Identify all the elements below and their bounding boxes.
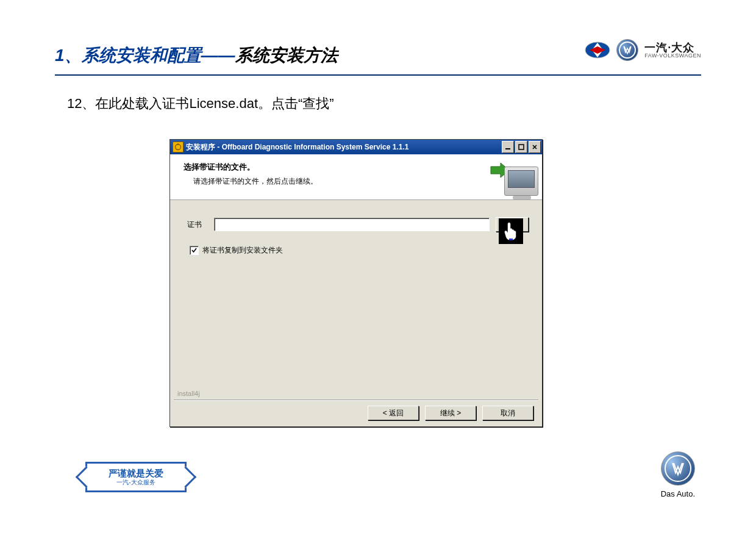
logo-group-top: 一汽·大众 FAW-VOLKSWAGEN [585,39,701,61]
window-title: 安装程序 - Offboard Diagnostic Information S… [186,142,408,153]
badge-slogan: 严谨就是关爱 [109,469,163,479]
maximize-button[interactable] [515,141,527,153]
svg-rect-4 [519,145,524,149]
installer-brand: install4j [177,390,200,397]
title-rule [55,74,701,76]
vw-logo-icon [616,39,638,61]
installer-dialog: 安装程序 - Offboard Diagnostic Information S… [169,139,543,427]
faw-brand-text: 一汽·大众 FAW-VOLKSWAGEN [644,42,701,59]
svg-rect-5 [509,239,513,240]
svg-rect-3 [505,148,510,149]
hand-cursor-icon [503,221,519,241]
cursor-overlay [499,218,523,244]
certificate-label: 证书 [187,220,208,230]
vw-logo-large-icon [661,451,695,486]
title-black: 系统安装方法 [235,46,338,65]
dialog-body: 证书 查找 将证书复制到安装文件夹 [170,200,542,256]
check-icon [191,247,198,254]
copy-checkbox[interactable] [190,246,199,255]
separator [174,400,538,401]
cancel-button[interactable]: 取消 [482,406,533,420]
faw-en: FAW-VOLKSWAGEN [644,53,701,59]
vw-logo-bottom: Das Auto. [661,451,695,498]
title-blue: 系统安装和配置—— [82,46,235,65]
faw-emblem-icon [585,40,610,60]
svg-rect-2 [177,143,178,145]
title-number: 1、 [55,46,82,65]
faw-cn: 一汽·大众 [644,42,701,53]
installer-icon [173,142,184,153]
header-graphic [490,158,538,196]
minimize-button[interactable] [502,141,514,153]
header-panel: 选择带证书的文件。 请选择带证书的文件，然后点击继续。 [170,154,542,200]
step-instruction: 12、在此处载入证书License.dat。点击“查找” [67,95,334,113]
back-button[interactable]: < 返回 [368,406,419,420]
certificate-input[interactable] [214,218,490,231]
header-title: 选择带证书的文件。 [184,162,532,173]
close-button[interactable] [529,141,541,153]
badge-sub: 一汽-大众服务 [116,479,155,486]
copy-checkbox-label: 将证书复制到安装文件夹 [202,245,283,256]
titlebar[interactable]: 安装程序 - Offboard Diagnostic Information S… [170,140,542,154]
das-auto-text: Das Auto. [661,489,695,498]
service-badge: 严谨就是关爱 一汽-大众服务 [85,462,187,492]
next-button[interactable]: 继续 > [425,406,476,420]
header-subtitle: 请选择带证书的文件，然后点击继续。 [193,176,532,187]
